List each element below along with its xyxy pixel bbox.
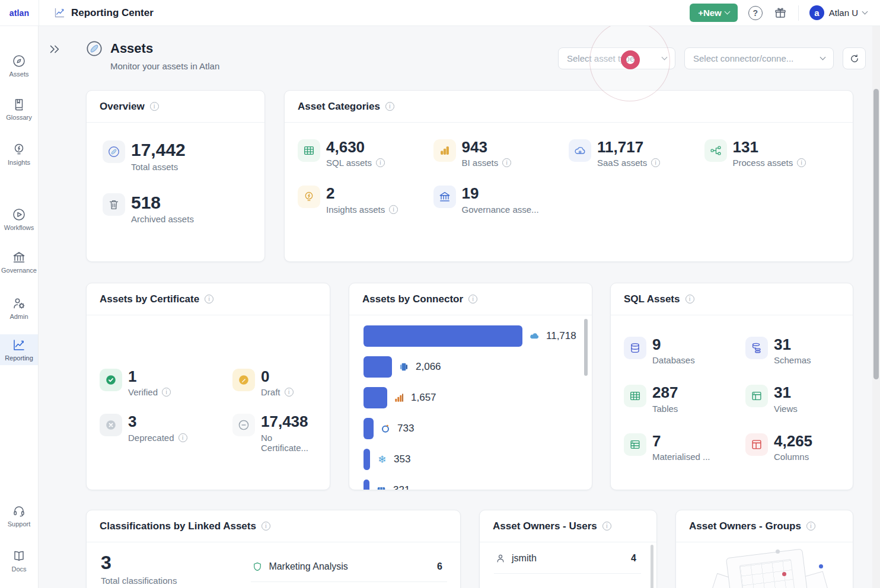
governance-assets-stat: 19 Governance asse... bbox=[433, 186, 569, 214]
bar-row: 11,718 bbox=[364, 325, 584, 347]
bank-icon bbox=[433, 186, 456, 208]
sidebar-item-docs[interactable]: Docs bbox=[0, 545, 38, 576]
bar-value: 353 bbox=[394, 453, 410, 465]
stat-value: 31 bbox=[774, 337, 811, 353]
user-avatar: a bbox=[809, 5, 824, 20]
sidebar-label: Glossary bbox=[6, 114, 31, 121]
stat-label: SQL assets bbox=[326, 158, 372, 168]
bi-assets-stat: 943 BI assets bbox=[433, 139, 569, 168]
bar-chart-icon bbox=[433, 139, 456, 162]
connector-select[interactable]: Select connector/conne... bbox=[684, 47, 834, 69]
stat-label: Process assets bbox=[733, 158, 793, 168]
info-icon[interactable] bbox=[162, 388, 171, 397]
sidebar-item-glossary[interactable]: Glossary bbox=[0, 94, 38, 124]
orange-bars-icon bbox=[393, 392, 405, 404]
info-icon[interactable] bbox=[685, 295, 694, 303]
info-icon[interactable] bbox=[376, 158, 385, 167]
sidebar-item-admin[interactable]: Admin bbox=[0, 293, 38, 324]
info-icon[interactable] bbox=[389, 205, 398, 214]
stat-label: Total assets bbox=[131, 162, 178, 172]
info-icon[interactable] bbox=[651, 158, 660, 167]
info-icon[interactable] bbox=[468, 295, 477, 303]
new-button[interactable]: +New bbox=[690, 4, 738, 22]
stat-label: Materialised ... bbox=[652, 452, 710, 462]
sidebar-item-assets[interactable]: Assets bbox=[0, 50, 38, 81]
bank-icon bbox=[12, 250, 26, 264]
classification-row[interactable]: Marketing Analysis 6 bbox=[251, 553, 447, 582]
sidebar-item-reporting[interactable]: Reporting bbox=[0, 334, 38, 365]
stat-label: No Certificate... bbox=[261, 433, 317, 453]
bar bbox=[364, 449, 370, 470]
refresh-button[interactable] bbox=[843, 47, 866, 69]
info-icon[interactable] bbox=[285, 388, 294, 397]
sidebar-label: Support bbox=[8, 520, 31, 528]
info-icon[interactable] bbox=[385, 102, 394, 111]
circle-minus-icon bbox=[232, 414, 255, 436]
gift-icon[interactable] bbox=[773, 6, 787, 20]
insights-assets-stat: 2 Insights assets bbox=[298, 186, 433, 214]
bulb-icon bbox=[298, 186, 320, 208]
info-icon[interactable] bbox=[205, 295, 213, 303]
atlan-logo[interactable]: atlan bbox=[0, 8, 39, 18]
card-title: Asset Categories bbox=[298, 101, 380, 113]
card-scrollbar[interactable] bbox=[584, 319, 588, 376]
sidebar-label: Reporting bbox=[5, 354, 33, 362]
ring-icon bbox=[380, 423, 391, 434]
line-chart-icon bbox=[12, 338, 26, 352]
info-icon[interactable] bbox=[150, 102, 159, 111]
sidebar-item-governance[interactable]: Governance bbox=[0, 247, 38, 277]
deprecated-stat: 3 Deprecated bbox=[100, 414, 221, 452]
open-book-icon bbox=[12, 549, 26, 563]
no-certificate-stat: 17,438 No Certificate... bbox=[221, 414, 317, 452]
sidebar-label: Admin bbox=[9, 313, 28, 320]
stat-value: 17,438 bbox=[261, 414, 317, 430]
materialised-views-stat: 7 Materialised ... bbox=[624, 433, 745, 462]
card-title: Assets by Certificate bbox=[100, 293, 199, 305]
database-icon bbox=[398, 361, 410, 373]
salesforce-cloud-icon bbox=[528, 330, 540, 342]
bar-value: 11,718 bbox=[546, 330, 576, 342]
stat-value: 0 bbox=[261, 369, 294, 385]
stat-value: 131 bbox=[733, 139, 806, 155]
info-icon[interactable] bbox=[262, 522, 270, 531]
stat-value: 2 bbox=[326, 186, 398, 202]
sidebar-item-support[interactable]: Support bbox=[0, 500, 38, 531]
info-icon[interactable] bbox=[806, 522, 815, 531]
stat-value: 3 bbox=[128, 414, 187, 430]
owner-user-row[interactable]: jsmith 4 bbox=[494, 545, 641, 574]
play-circle-icon bbox=[12, 207, 26, 222]
bar bbox=[364, 418, 374, 439]
reporting-center-page: atlan Reporting Center +New a Atlan U bbox=[0, 0, 880, 588]
book-icon bbox=[12, 97, 26, 111]
stat-value: 19 bbox=[462, 186, 539, 202]
card-scrollbar[interactable] bbox=[651, 545, 653, 588]
asset-type-placeholder: Select asset type bbox=[567, 53, 635, 63]
asset-type-select[interactable]: Select asset type bbox=[558, 47, 675, 69]
help-icon[interactable] bbox=[748, 6, 763, 20]
bulb-icon bbox=[12, 142, 26, 156]
card-title: Asset Owners - Groups bbox=[689, 520, 801, 532]
user-menu[interactable]: a Atlan U bbox=[809, 5, 867, 20]
info-icon[interactable] bbox=[502, 158, 511, 167]
info-icon[interactable] bbox=[797, 158, 806, 167]
stat-label: Insights assets bbox=[326, 204, 385, 215]
info-icon[interactable] bbox=[602, 522, 611, 531]
sidebar-item-workflows[interactable]: Workflows bbox=[0, 204, 38, 235]
asset-owners-groups-card: Asset Owners - Groups bbox=[675, 510, 853, 588]
stat-value: 4,630 bbox=[326, 139, 385, 155]
info-icon[interactable] bbox=[178, 433, 187, 442]
card-title: SQL Assets bbox=[624, 293, 680, 305]
draft-seal-pencil-icon bbox=[232, 369, 255, 391]
stat-value: 17,442 bbox=[131, 140, 186, 159]
page-subtitle: Monitor your assets in Atlan bbox=[110, 61, 219, 71]
stat-label: Deprecated bbox=[128, 433, 174, 443]
collapse-sidebar-icon[interactable] bbox=[48, 43, 61, 56]
sidebar-item-insights[interactable]: Insights bbox=[0, 139, 38, 170]
asset-owners-users-card: Asset Owners - Users jsmith 4 bbox=[479, 510, 657, 588]
window-scrollbar[interactable] bbox=[873, 89, 879, 379]
columns-stat: 4,265 Columns bbox=[745, 433, 840, 462]
stat-value: 287 bbox=[652, 385, 678, 401]
bar-value: 321 bbox=[393, 484, 410, 490]
new-button-label: +New bbox=[698, 8, 722, 18]
trash-icon bbox=[103, 193, 125, 216]
